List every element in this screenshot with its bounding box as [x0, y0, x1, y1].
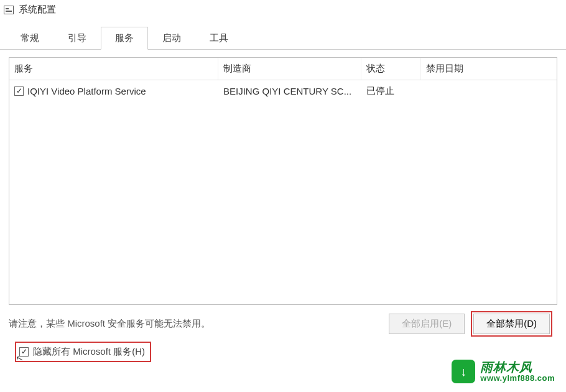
cell-service: IQIYI Video Platform Service	[9, 84, 218, 98]
watermark-badge-glyph: ↓	[460, 365, 466, 379]
tab-startup[interactable]: 启动	[148, 27, 195, 50]
watermark: ↓ 雨林木风 www.ylmf888.com	[452, 360, 555, 383]
watermark-cn: 雨林木风	[480, 360, 555, 374]
col-manufacturer[interactable]: 制造商	[218, 58, 361, 80]
enable-all-button: 全部启用(E)	[389, 314, 465, 334]
cell-status: 已停止	[361, 84, 421, 98]
watermark-badge-icon: ↓	[452, 360, 475, 383]
cell-manufacturer: BEIJING QIYI CENTURY SC...	[218, 84, 361, 98]
service-name: IQIYI Video Platform Service	[27, 86, 146, 96]
window-title: 系统配置	[19, 4, 56, 16]
disable-all-button[interactable]: 全部禁用(D)	[473, 314, 550, 334]
hide-ms-label: 隐藏所有 Microsoft 服务(H)	[33, 346, 145, 358]
col-disabled-date[interactable]: 禁用日期	[421, 58, 557, 80]
tab-general[interactable]: 常规	[6, 27, 53, 50]
tab-tools[interactable]: 工具	[195, 27, 243, 50]
table-row[interactable]: IQIYI Video Platform Service BEIJING QIY…	[9, 80, 557, 102]
table-body: IQIYI Video Platform Service BEIJING QIY…	[9, 80, 557, 102]
tab-boot[interactable]: 引导	[53, 27, 101, 50]
tab-services[interactable]: 服务	[101, 27, 148, 50]
col-service[interactable]: 服务	[9, 58, 218, 80]
msconfig-icon	[4, 6, 14, 14]
table-header: 服务 制造商 状态 禁用日期	[9, 58, 557, 80]
services-table: 服务 制造商 状态 禁用日期 IQIYI Video Platform Serv…	[9, 57, 557, 305]
col-status[interactable]: 状态	[361, 58, 421, 80]
tabstrip: 常规 引导 服务 启动 工具	[0, 27, 566, 50]
watermark-text: 雨林木风 www.ylmf888.com	[480, 360, 555, 383]
below-row: 请注意，某些 Microsoft 安全服务可能无法禁用。 全部启用(E) 全部禁…	[9, 314, 557, 334]
button-row: 全部启用(E) 全部禁用(D)	[389, 314, 550, 334]
hide-ms-checkbox-row[interactable]: 隐藏所有 Microsoft 服务(H) ↖	[17, 344, 149, 360]
hint-text: 请注意，某些 Microsoft 安全服务可能无法禁用。	[9, 318, 210, 330]
titlebar: 系统配置	[0, 0, 566, 23]
row-checkbox[interactable]	[14, 86, 24, 96]
watermark-url: www.ylmf888.com	[480, 374, 555, 383]
cell-disabled-date	[421, 84, 557, 98]
tab-content: 服务 制造商 状态 禁用日期 IQIYI Video Platform Serv…	[0, 50, 566, 360]
